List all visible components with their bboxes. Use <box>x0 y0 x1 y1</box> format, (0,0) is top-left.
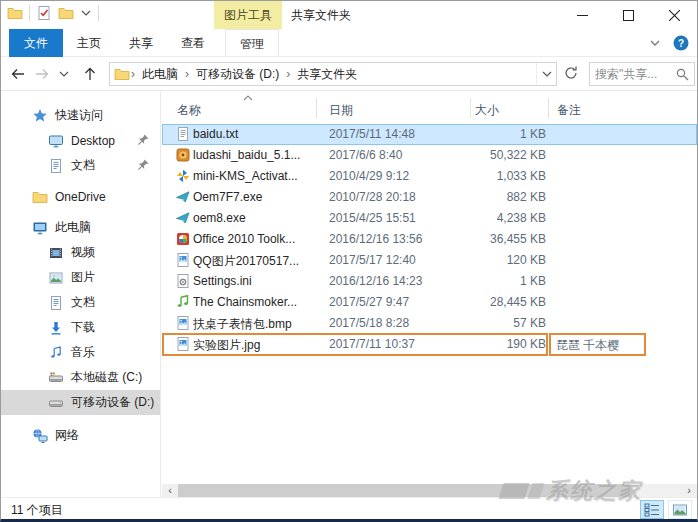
pic-icon <box>48 270 64 286</box>
diskwin-icon <box>48 370 64 386</box>
column-header-名称[interactable]: 名称 <box>177 102 201 119</box>
sidebar-item-文档[interactable]: 文档 <box>1 290 160 315</box>
forward-button <box>33 65 51 83</box>
column-header-日期[interactable]: 日期 <box>329 102 353 119</box>
sidebar-item-文档[interactable]: 文档 <box>1 153 160 178</box>
sidebar-item-OneDrive[interactable]: OneDrive <box>1 184 160 209</box>
new-folder-icon[interactable] <box>58 5 74 21</box>
sidebar-item-label: 可移动设备 (D:) <box>71 394 154 411</box>
sidebar-item-label: 此电脑 <box>55 219 91 236</box>
image-file-icon <box>175 336 191 352</box>
minimize-button[interactable] <box>559 1 605 29</box>
download-icon <box>48 320 64 336</box>
sidebar-item-本地磁盘 (C:)[interactable]: 本地磁盘 (C:) <box>1 365 160 390</box>
refresh-icon[interactable] <box>563 65 581 83</box>
main-area: 快速访问Desktop文档OneDrive此电脑视频图片文档下载音乐本地磁盘 (… <box>1 91 697 497</box>
address-bar[interactable]: ›此电脑›可移动设备 (D:)›共享文件夹 <box>109 62 557 86</box>
scroll-right-icon[interactable]: › <box>681 484 697 497</box>
details-view-button[interactable] <box>640 500 664 519</box>
close-button[interactable] <box>651 1 697 29</box>
file-row[interactable]: oem8.exe2015/4/25 15:514,238 KB <box>162 208 697 229</box>
column-header-备注[interactable]: 备注 <box>557 102 581 119</box>
file-date: 2015/4/25 15:51 <box>329 211 459 225</box>
disk-icon <box>48 395 64 411</box>
sidebar-item-下载[interactable]: 下载 <box>1 315 160 340</box>
ribbon-tab-文件[interactable]: 文件 <box>9 29 63 57</box>
horizontal-scrollbar[interactable]: ‹ › <box>162 484 697 497</box>
breadcrumb-segment[interactable]: 共享文件夹 <box>291 66 363 83</box>
sidebar-item-label: Desktop <box>71 134 115 148</box>
sidebar-item-图片[interactable]: 图片 <box>1 265 160 290</box>
maximize-button[interactable] <box>605 1 651 29</box>
file-row[interactable]: 扶桌子表情包.bmp2017/5/18 8:2857 KB <box>162 313 697 334</box>
sidebar-item-Desktop[interactable]: Desktop <box>1 128 160 153</box>
breadcrumb-segment[interactable]: 此电脑 <box>136 66 184 83</box>
sidebar-item-快速访问[interactable]: 快速访问 <box>1 103 160 128</box>
file-size: 57 KB <box>462 316 546 330</box>
help-icon[interactable]: ? <box>673 35 689 51</box>
file-name: Settings.ini <box>193 274 313 288</box>
collapse-ribbon-icon[interactable] <box>647 35 663 51</box>
film-icon <box>48 245 64 261</box>
kms-file-icon <box>175 168 191 184</box>
thumbnails-view-button[interactable] <box>668 500 692 519</box>
music-file-icon <box>175 294 191 310</box>
file-row[interactable]: ludashi_baidu_5.1...2017/6/6 8:4050,322 … <box>162 145 697 166</box>
file-row[interactable]: baidu.txt2017/5/11 14:481 KB <box>162 124 697 145</box>
properties-icon[interactable] <box>36 5 52 21</box>
ribbon-tab-主页[interactable]: 主页 <box>63 29 115 57</box>
column-header-大小[interactable]: 大小 <box>475 102 499 119</box>
ribbon-tab-共享[interactable]: 共享 <box>115 29 167 57</box>
ribbon-tab-管理[interactable]: 管理 <box>225 29 279 57</box>
address-dropdown-caret-icon[interactable] <box>536 63 556 85</box>
sidebar-item-label: 图片 <box>71 269 95 286</box>
file-name: ludashi_baidu_5.1... <box>193 148 313 162</box>
ribbon-tab-查看[interactable]: 查看 <box>167 29 219 57</box>
file-row[interactable]: QQ图片20170517...2017/5/17 12:40120 KB <box>162 250 697 271</box>
search-box[interactable] <box>589 62 695 86</box>
ludashi-file-icon <box>175 147 191 163</box>
file-date: 2017/6/6 8:40 <box>329 148 459 162</box>
contextual-tool-label: 图片工具 <box>214 1 282 29</box>
titlebar: 图片工具 共享文件夹 <box>1 1 697 29</box>
star-icon <box>32 108 48 124</box>
file-name: mini-KMS_Activat... <box>193 169 313 183</box>
breadcrumb: ›此电脑›可移动设备 (D:)›共享文件夹 <box>130 63 363 85</box>
file-name: 实验图片.jpg <box>193 337 313 354</box>
column-divider[interactable] <box>470 98 471 118</box>
back-button[interactable] <box>9 65 27 83</box>
sidebar-item-视频[interactable]: 视频 <box>1 240 160 265</box>
file-row[interactable]: Settings.ini2016/12/16 14:231 KB <box>162 271 697 292</box>
sidebar-item-label: 快速访问 <box>55 107 103 124</box>
sidebar-item-label: 音乐 <box>71 344 95 361</box>
monitor-icon <box>48 133 64 149</box>
divider <box>29 5 30 21</box>
column-divider[interactable] <box>548 98 549 118</box>
file-list-pane: 名称日期大小备注 baidu.txt2017/5/11 14:481 KBlud… <box>162 91 697 497</box>
breadcrumb-segment[interactable]: 可移动设备 (D:) <box>190 66 285 83</box>
file-row[interactable]: Office 2010 Toolk...2016/12/16 13:5636,4… <box>162 229 697 250</box>
network-icon <box>32 428 48 444</box>
file-row[interactable]: 实验图片.jpg2017/7/11 10:37190 KB琵琶 千本樱 <box>162 334 697 355</box>
scrollbar-thumb[interactable] <box>178 484 630 497</box>
location-folder-icon <box>114 66 130 82</box>
pin-icon <box>136 133 150 147</box>
file-row[interactable]: The Chainsmoker...2017/5/27 9:4728,445 K… <box>162 292 697 313</box>
sidebar-item-音乐[interactable]: 音乐 <box>1 340 160 365</box>
sidebar-item-此电脑[interactable]: 此电脑 <box>1 215 160 240</box>
up-button[interactable] <box>81 65 99 83</box>
plane-file-icon <box>175 189 191 205</box>
file-name: QQ图片20170517... <box>193 253 313 270</box>
file-date: 2016/12/16 13:56 <box>329 232 459 246</box>
sidebar-item-可移动设备 (D:)[interactable]: 可移动设备 (D:) <box>1 390 160 415</box>
column-divider[interactable] <box>316 98 317 118</box>
file-row[interactable]: mini-KMS_Activat...2010/4/29 9:121,033 K… <box>162 166 697 187</box>
sidebar-item-网络[interactable]: 网络 <box>1 423 160 448</box>
scroll-left-icon[interactable]: ‹ <box>162 484 178 497</box>
file-row[interactable]: Oem7F7.exe2010/7/28 20:18882 KB <box>162 187 697 208</box>
customize-qat-caret-icon[interactable] <box>80 5 92 21</box>
recent-locations-caret-icon[interactable] <box>55 65 73 83</box>
file-name: Office 2010 Toolk... <box>193 232 313 246</box>
search-input[interactable] <box>595 67 671 81</box>
file-date: 2017/5/18 8:28 <box>329 316 459 330</box>
